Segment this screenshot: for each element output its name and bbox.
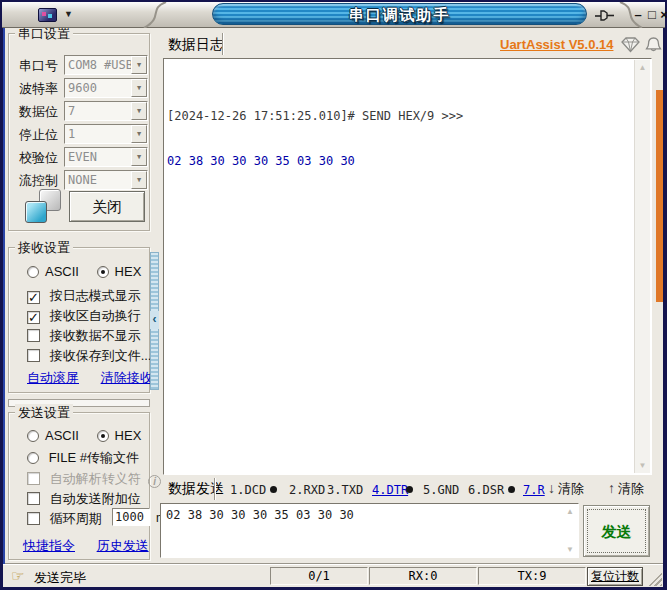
- send-hex-label: HEX: [115, 428, 142, 443]
- app-icon[interactable]: [38, 8, 57, 22]
- receive-hex-label: HEX: [115, 264, 142, 279]
- signal-rts[interactable]: 7.R: [523, 483, 545, 497]
- serial-field-row: 数据位 7 ▼: [9, 101, 149, 121]
- signal-txd: 3.TXD: [327, 483, 363, 497]
- auto-scroll-link[interactable]: 自动滚屏: [27, 370, 79, 385]
- send-file-label: FILE #传输文件: [49, 450, 139, 465]
- data-log-area[interactable]: [2024-12-26 17:51:25.010]# SEND HEX/9 >>…: [163, 58, 652, 475]
- auto-wrap-label: 接收区自动换行: [50, 308, 141, 323]
- save-to-file-checkbox[interactable]: [27, 349, 40, 362]
- quick-command-link[interactable]: 快捷指令: [23, 538, 75, 553]
- send-file-row: FILE #传输文件: [27, 449, 139, 467]
- append-bit-checkbox[interactable]: [27, 492, 40, 505]
- flow-control-select[interactable]: NONE ▼: [64, 170, 148, 190]
- titlebar-band: 串口调试助手: [212, 3, 587, 25]
- signal-dcd-label: 1.DCD: [230, 483, 266, 497]
- clear-send-button[interactable]: ↑清除: [608, 480, 644, 498]
- send-header-divider: [214, 478, 216, 500]
- receive-hex-radio[interactable]: [97, 266, 109, 278]
- auto-wrap-checkbox[interactable]: ✓: [27, 311, 40, 324]
- tx-counter: TX:9: [478, 567, 586, 585]
- data-bits-select[interactable]: 7 ▼: [64, 101, 148, 121]
- log-line-hex-data: 02 38 30 30 30 35 03 30 30: [167, 154, 631, 169]
- parity-value: EVEN: [68, 150, 97, 164]
- receive-ascii-radio[interactable]: [27, 266, 39, 278]
- sidebar-collapse-handle[interactable]: ‹: [150, 252, 159, 390]
- dropdown-arrow-icon[interactable]: ▼: [131, 148, 147, 166]
- dropdown-arrow-icon[interactable]: ▼: [131, 171, 147, 189]
- down-arrow-icon: ↓: [548, 480, 555, 496]
- signal-dtr-dot: [406, 483, 413, 497]
- send-links-row: 快捷指令 历史发送: [23, 537, 149, 555]
- com-port-select[interactable]: COM8 #USB ▼: [64, 55, 148, 75]
- send-settings-title: 发送设置: [15, 404, 73, 422]
- cycle-period-label: 循环周期: [50, 511, 102, 526]
- append-bit-row: 自动发送附加位: [27, 490, 141, 508]
- window-title: 串口调试助手: [349, 6, 451, 25]
- signal-dtr[interactable]: 4.DTR: [372, 483, 408, 497]
- history-send-link[interactable]: 历史发送: [97, 538, 149, 553]
- receive-ascii-label: ASCII: [45, 264, 79, 279]
- flow-control-value: NONE: [68, 173, 97, 187]
- receive-option-row: ✓ 按日志模式显示: [27, 287, 141, 305]
- signal-dcd: 1.DCD: [230, 483, 277, 497]
- cycle-period-input[interactable]: [112, 508, 150, 526]
- minimize-button[interactable]: –: [632, 6, 644, 24]
- log-mode-checkbox[interactable]: ✓: [27, 291, 40, 304]
- flow-control-label: 流控制: [19, 172, 58, 190]
- cycle-send-checkbox[interactable]: [27, 512, 40, 525]
- send-settings-group: 发送设置 ASCII HEX FILE #传输文件 自动解析转义符 i 自动发送…: [8, 412, 150, 560]
- close-button[interactable]: ×: [658, 6, 667, 24]
- scroll-up-icon[interactable]: ▲: [635, 63, 650, 72]
- dropdown-arrow-icon[interactable]: ▼: [131, 125, 147, 143]
- scroll-down-icon[interactable]: ▼: [566, 545, 574, 554]
- status-hand-icon: ☞: [11, 567, 24, 585]
- system-menu-caret-icon[interactable]: ▼: [64, 9, 73, 19]
- tab-data-log[interactable]: 数据日志: [168, 36, 224, 54]
- status-text: 发送完毕: [34, 569, 86, 587]
- send-file-radio[interactable]: [27, 452, 39, 464]
- clear-receive-label: 清除: [558, 481, 584, 496]
- send-ascii-radio[interactable]: [27, 430, 39, 442]
- dropdown-arrow-icon[interactable]: ▼: [131, 102, 147, 120]
- resize-grip[interactable]: [648, 572, 662, 586]
- pin-icon[interactable]: [594, 8, 618, 23]
- clear-receive-link[interactable]: 清除接收: [101, 370, 153, 385]
- bell-icon[interactable]: [644, 36, 663, 53]
- hide-received-label: 接收数据不显示: [50, 328, 141, 343]
- diamond-icon[interactable]: [621, 36, 640, 53]
- serial-settings-title: 串口设置: [15, 28, 73, 43]
- com-port-label: 串口号: [19, 57, 58, 75]
- scroll-up-icon[interactable]: ▲: [566, 507, 574, 516]
- send-data-input[interactable]: 02 38 30 30 30 35 03 30 30 ▲ ▼: [160, 503, 579, 558]
- reset-count-button[interactable]: 复位计数: [587, 567, 643, 586]
- signal-dsr: 6.DSR: [468, 483, 515, 497]
- send-hex-radio[interactable]: [97, 430, 109, 442]
- escape-parse-checkbox: [27, 472, 40, 485]
- close-port-button[interactable]: 关闭: [69, 191, 145, 222]
- baud-rate-select[interactable]: 9600 ▼: [64, 78, 148, 98]
- clear-receive-button[interactable]: ↓清除: [548, 480, 584, 498]
- signal-dot-icon: [508, 486, 515, 493]
- log-scrollbar[interactable]: ▲ ▼: [634, 60, 650, 473]
- version-link[interactable]: UartAssist V5.0.14: [500, 37, 613, 52]
- parity-select[interactable]: EVEN ▼: [64, 147, 148, 167]
- collapse-arrow-icon[interactable]: ‹: [150, 311, 159, 329]
- data-bits-label: 数据位: [19, 103, 58, 121]
- save-to-file-label: 接收保存到文件...: [50, 348, 152, 363]
- send-button[interactable]: 发送: [583, 505, 650, 557]
- side-scroll-indicator[interactable]: [656, 90, 663, 302]
- maximize-button[interactable]: □: [646, 6, 658, 24]
- send-mode-row: ASCII HEX: [27, 428, 141, 443]
- stop-bits-select[interactable]: 1 ▼: [64, 124, 148, 144]
- com-port-value: COM8 #USB: [68, 58, 133, 72]
- send-input-value[interactable]: 02 38 30 30 30 35 03 30 30: [166, 508, 560, 553]
- hide-received-checkbox[interactable]: [27, 329, 40, 342]
- app-window: ▼ 串口调试助手 – □ × 串口设置 串口号 COM8 #USB ▼: [0, 0, 667, 590]
- scroll-down-icon[interactable]: ▼: [635, 461, 650, 470]
- dropdown-arrow-icon[interactable]: ▼: [131, 79, 147, 97]
- signal-dot-icon: [270, 486, 277, 493]
- titlebar[interactable]: ▼ 串口调试助手 – □ ×: [2, 2, 665, 28]
- dropdown-arrow-icon[interactable]: ▼: [131, 56, 147, 74]
- receive-settings-group: 接收设置 ASCII HEX ✓ 按日志模式显示 ✓ 接收区自动换行 接收数据不…: [8, 247, 150, 393]
